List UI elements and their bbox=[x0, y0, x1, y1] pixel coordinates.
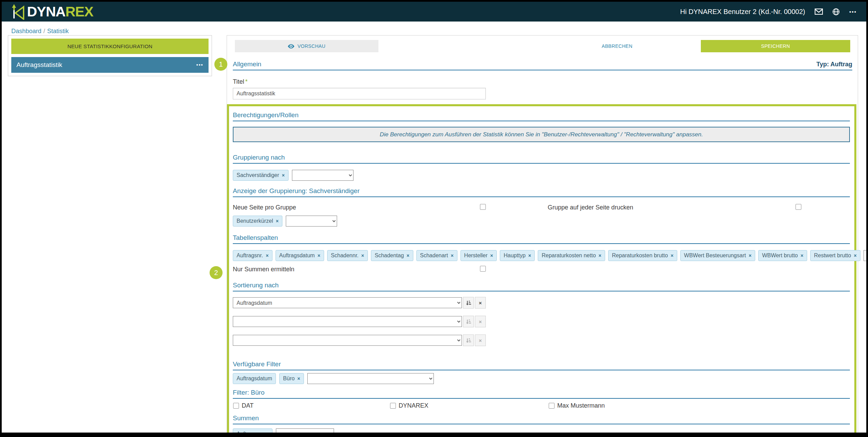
remove-icon[interactable]: × bbox=[599, 253, 601, 258]
sort-field-select[interactable]: Auftragsdatum bbox=[233, 297, 462, 308]
section-gruppierung-header: Gruppierung nach bbox=[233, 154, 850, 164]
remove-sort-button[interactable]: × bbox=[475, 334, 486, 346]
remove-icon[interactable]: × bbox=[749, 253, 751, 258]
column-tag: WBWert Besteuerungsart× bbox=[680, 250, 755, 261]
column-tag: Restwert brutto× bbox=[810, 250, 860, 261]
annotation-badge-2: 2 bbox=[210, 266, 223, 279]
section-title: Filter: Büro bbox=[233, 389, 265, 396]
remove-icon[interactable]: × bbox=[406, 253, 409, 258]
sort-field-select[interactable] bbox=[233, 335, 462, 346]
sort-direction-button[interactable] bbox=[463, 297, 474, 309]
grouping-select[interactable] bbox=[292, 170, 353, 181]
column-tag: Schadennr.× bbox=[327, 250, 368, 261]
remove-icon[interactable]: × bbox=[854, 253, 856, 258]
remove-icon[interactable]: × bbox=[266, 253, 268, 258]
section-sortierung-header: Sortierung nach bbox=[233, 282, 850, 291]
sort-row: Auftragsdatum × bbox=[233, 297, 850, 309]
filter-option-dynarex: DYNAREX bbox=[390, 402, 428, 409]
nur-summen-checkbox[interactable] bbox=[480, 266, 486, 272]
group-on-every-page-checkbox[interactable] bbox=[796, 204, 801, 210]
breadcrumb-dashboard-link[interactable]: Dashboard bbox=[11, 28, 41, 35]
form-toolbar: VORSCHAU ABBRECHEN SPEICHERN bbox=[233, 40, 852, 52]
save-button[interactable]: SPEICHERN bbox=[701, 40, 850, 52]
remove-icon[interactable]: × bbox=[361, 253, 364, 258]
remove-icon[interactable]: × bbox=[318, 253, 320, 258]
remove-icon[interactable]: × bbox=[671, 253, 673, 258]
app-window: DYNAREX Hi DYNAREX Benutzer 2 (Kd.-Nr. 0… bbox=[2, 2, 866, 433]
new-statistic-config-button[interactable]: NEUE STATISTIKKONFIGURATION bbox=[11, 39, 209, 54]
remove-icon[interactable]: × bbox=[451, 253, 453, 258]
new-page-per-group-label: Neue Seite pro Gruppe bbox=[233, 204, 296, 211]
sort-row: × bbox=[233, 316, 850, 327]
column-tag: Schadenart× bbox=[416, 250, 457, 261]
more-menu-icon[interactable]: ••• bbox=[849, 9, 857, 14]
breadcrumb-statistik-link[interactable]: Statistik bbox=[47, 28, 69, 35]
sort-direction-button[interactable] bbox=[463, 316, 474, 327]
grouping-tag: Sachverständiger × bbox=[233, 170, 289, 181]
section-filter-header: Verfügbare Filter bbox=[233, 360, 850, 370]
remove-icon[interactable]: × bbox=[297, 376, 300, 381]
section-berechtigungen-header: Berechtigungen/Rollen bbox=[233, 111, 850, 121]
cancel-button[interactable]: ABBRECHEN bbox=[533, 40, 701, 52]
sort-field-select[interactable] bbox=[233, 316, 462, 327]
group-display-select[interactable] bbox=[286, 216, 337, 227]
remove-sort-button[interactable]: × bbox=[475, 316, 486, 327]
eye-icon bbox=[288, 44, 294, 49]
preview-button[interactable]: VORSCHAU bbox=[235, 40, 378, 52]
remove-icon[interactable]: × bbox=[801, 253, 803, 258]
remove-icon[interactable]: × bbox=[282, 173, 285, 178]
annotation-badge-1: 1 bbox=[214, 58, 227, 71]
nur-summen-label: Nur Summen ermitteln bbox=[233, 266, 294, 273]
remove-icon[interactable]: × bbox=[266, 432, 268, 433]
add-filter-select[interactable] bbox=[307, 373, 434, 384]
add-sum-select[interactable] bbox=[276, 428, 334, 433]
remove-icon[interactable]: × bbox=[490, 253, 493, 258]
section-title: Allgemein bbox=[233, 60, 261, 68]
remove-sort-button[interactable]: × bbox=[475, 297, 486, 309]
column-tag: Reparaturkosten netto× bbox=[538, 250, 605, 261]
section-title: Tabellenspalten bbox=[233, 234, 278, 242]
sidebar-item-auftragsstatistik[interactable]: Auftragsstatistik ••• bbox=[11, 57, 209, 73]
permissions-notice: Die Berechtigungen zum Ausführen der Sta… bbox=[233, 127, 850, 142]
titel-input[interactable] bbox=[233, 88, 486, 99]
filter-option-dat: DAT bbox=[233, 402, 254, 409]
globe-icon[interactable] bbox=[832, 8, 840, 15]
section-anzeige-header: Anzeige der Gruppierung: Sachverständige… bbox=[233, 187, 850, 197]
breadcrumb: Dashboard/Statistik bbox=[2, 22, 866, 35]
new-page-per-group-checkbox[interactable] bbox=[480, 204, 486, 210]
section-title: Anzeige der Gruppierung: Sachverständige… bbox=[233, 187, 360, 195]
remove-icon[interactable]: × bbox=[276, 219, 279, 223]
section-title: Sortierung nach bbox=[233, 282, 279, 289]
user-greeting: Hi DYNAREX Benutzer 2 (Kd.-Nr. 00002) bbox=[680, 8, 805, 16]
section-title: Gruppierung nach bbox=[233, 154, 285, 161]
group-display-tag: Benutzerkürzel × bbox=[233, 216, 282, 227]
remove-icon[interactable]: × bbox=[528, 253, 531, 258]
section-allgemein-header: Allgemein Typ: Auftrag bbox=[233, 60, 852, 70]
item-options-icon[interactable]: ••• bbox=[196, 62, 203, 68]
statistics-sidebar: NEUE STATISTIKKONFIGURATION Auftragsstat… bbox=[8, 35, 212, 76]
column-tag: WBWert brutto× bbox=[758, 250, 807, 261]
dynarex-checkbox[interactable] bbox=[390, 403, 396, 409]
add-column-select[interactable] bbox=[864, 250, 866, 261]
mail-icon[interactable] bbox=[815, 9, 823, 15]
group-on-every-page-label: Gruppe auf jeder Seite drucken bbox=[548, 204, 633, 211]
max-mustermann-checkbox[interactable] bbox=[549, 403, 555, 409]
filter-tag: Büro× bbox=[279, 373, 304, 384]
statistic-type-label: Typ: Auftrag bbox=[816, 61, 852, 68]
statistic-config-panel: VORSCHAU ABBRECHEN SPEICHERN Allgemein T… bbox=[227, 35, 858, 433]
filter-tag: Auftragsdatum bbox=[233, 373, 276, 384]
sort-direction-button[interactable] bbox=[463, 334, 474, 346]
column-tag: Hersteller× bbox=[460, 250, 497, 261]
sidebar-item-label: Auftragsstatistik bbox=[16, 61, 62, 69]
required-asterisk: * bbox=[245, 78, 248, 85]
section-tabellenspalten-header: Tabellenspalten bbox=[233, 234, 850, 244]
section-title: Summen bbox=[233, 414, 259, 422]
column-tag: Auftragsdatum× bbox=[276, 250, 324, 261]
section-title: Berechtigungen/Rollen bbox=[233, 111, 298, 119]
annotation-region-2: Berechtigungen/Rollen Die Berechtigungen… bbox=[227, 104, 856, 433]
dat-checkbox[interactable] bbox=[233, 403, 239, 409]
section-summen-header: Summen bbox=[233, 414, 850, 424]
column-tag: Auftragsnr.× bbox=[233, 250, 272, 261]
logo: DYNAREX bbox=[11, 3, 93, 20]
section-filter-buero-header: Filter: Büro bbox=[233, 389, 850, 399]
